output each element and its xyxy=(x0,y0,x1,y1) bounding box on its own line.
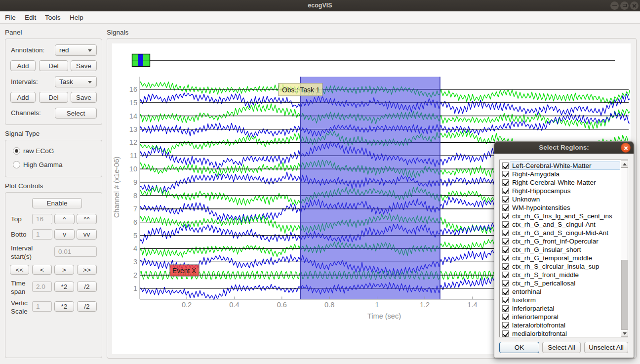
svg-text:1.2: 1.2 xyxy=(420,301,430,309)
svg-text:0.8: 0.8 xyxy=(324,301,334,309)
svg-text:13: 13 xyxy=(129,125,137,133)
svg-text:1: 1 xyxy=(133,284,137,292)
svg-text:6: 6 xyxy=(133,218,137,226)
svg-text:1: 1 xyxy=(375,301,379,309)
svg-text:8: 8 xyxy=(133,192,137,200)
svg-text:Event X: Event X xyxy=(172,267,196,275)
svg-text:4: 4 xyxy=(133,244,137,252)
svg-text:0.4: 0.4 xyxy=(229,301,239,309)
svg-text:12: 12 xyxy=(129,138,137,146)
svg-text:Channel # (x1e-06): Channel # (x1e-06) xyxy=(113,157,120,218)
svg-text:Time (sec): Time (sec) xyxy=(367,312,401,320)
svg-text:5: 5 xyxy=(133,232,137,240)
svg-text:7: 7 xyxy=(133,205,137,213)
svg-text:2: 2 xyxy=(133,271,137,279)
svg-text:1.4: 1.4 xyxy=(467,301,477,309)
svg-text:9: 9 xyxy=(133,178,137,186)
svg-text:3: 3 xyxy=(133,258,137,266)
svg-text:Obs.: Task 1: Obs.: Task 1 xyxy=(282,86,320,94)
svg-text:10: 10 xyxy=(129,165,137,173)
svg-text:11: 11 xyxy=(130,152,137,160)
svg-text:14: 14 xyxy=(129,112,137,120)
svg-text:16: 16 xyxy=(129,85,137,93)
svg-text:0.6: 0.6 xyxy=(277,301,287,309)
svg-text:0.2: 0.2 xyxy=(182,301,192,309)
svg-text:15: 15 xyxy=(129,99,137,107)
